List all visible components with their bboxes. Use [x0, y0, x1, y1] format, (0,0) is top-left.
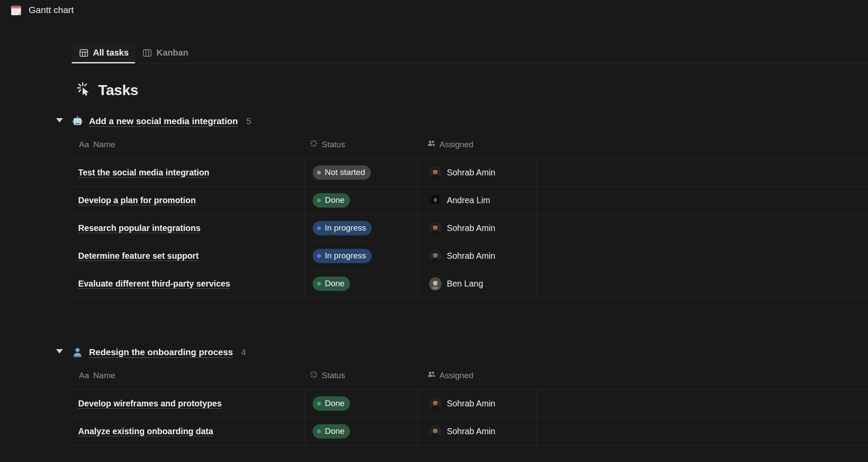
table-row: Develop a plan for promotion Done Andrea…	[72, 187, 868, 214]
status-cell[interactable]: Done	[305, 390, 418, 417]
assigned-cell[interactable]: Sohrab Amin	[418, 159, 537, 186]
status-label: Done	[325, 426, 344, 436]
status-badge[interactable]: Done	[313, 396, 350, 411]
status-badge[interactable]: Not started	[313, 165, 371, 180]
assigned-cell[interactable]: Ben Lang	[418, 270, 537, 297]
status-dot-icon	[317, 171, 321, 175]
task-name-cell[interactable]: Develop a plan for promotion	[72, 187, 305, 214]
status-burst-icon	[310, 139, 318, 150]
robot-icon	[72, 116, 83, 127]
spiral-notepad-icon	[10, 3, 23, 16]
status-badge[interactable]: In progress	[313, 249, 372, 263]
status-dot-icon	[317, 282, 321, 286]
assigned-cell[interactable]: Sohrab Amin	[418, 390, 537, 417]
table-header-row: Aa Name	[72, 130, 868, 159]
table-row: Research popular integrations In progres…	[72, 214, 868, 242]
column-header-name[interactable]: Aa Name	[72, 371, 305, 380]
column-header-assigned[interactable]: Assigned	[418, 370, 537, 381]
group-count: 4	[241, 347, 246, 357]
table-row: Evaluate different third-party services …	[72, 270, 868, 298]
task-name[interactable]: Test the social media integration	[78, 168, 209, 178]
table-header-row: Aa Name	[72, 361, 868, 390]
assigned-cell[interactable]: Andrea Lim	[418, 187, 537, 214]
column-header-status[interactable]: Status	[305, 370, 418, 381]
status-badge[interactable]: Done	[313, 277, 350, 291]
tab-all-tasks[interactable]: All tasks	[72, 43, 135, 63]
avatar	[429, 397, 442, 410]
collapse-toggle-icon[interactable]	[56, 118, 63, 122]
task-name-cell[interactable]: Analyze existing onboarding data	[72, 418, 305, 445]
avatar	[429, 425, 442, 438]
tasks-table: Aa Name	[72, 361, 868, 446]
page-body: Tasks	[72, 63, 868, 446]
status-dot-icon	[317, 198, 321, 202]
status-cell[interactable]: In progress	[305, 214, 418, 242]
empty-cell	[537, 242, 868, 270]
empty-cell	[537, 390, 868, 417]
assignee-name: Andrea Lim	[447, 195, 490, 205]
column-header-assigned[interactable]: Assigned	[418, 139, 537, 150]
status-badge[interactable]: In progress	[313, 221, 372, 235]
view-tabs: All tasks Kanban	[72, 43, 868, 63]
group-title[interactable]: Redesign the onboarding process	[89, 347, 233, 357]
status-label: In progress	[325, 223, 366, 233]
status-dot-icon	[317, 254, 321, 258]
tab-kanban[interactable]: Kanban	[135, 43, 195, 63]
assignee-name: Sohrab Amin	[447, 426, 495, 436]
assigned-cell[interactable]: Sohrab Amin	[418, 418, 537, 445]
task-name-cell[interactable]: Develop wireframes and prototypes	[72, 390, 305, 417]
column-header-status[interactable]: Status	[305, 139, 418, 150]
empty-cell	[537, 187, 868, 214]
assigned-cell[interactable]: Sohrab Amin	[418, 214, 537, 242]
task-name-cell[interactable]: Test the social media integration	[72, 159, 305, 186]
status-badge[interactable]: Done	[313, 424, 350, 439]
column-label: Assigned	[439, 371, 473, 380]
task-name[interactable]: Analyze existing onboarding data	[78, 426, 213, 436]
status-cell[interactable]: Done	[305, 270, 418, 297]
table-row: Determine feature set support In progres…	[72, 242, 868, 270]
task-name-cell[interactable]: Determine feature set support	[72, 242, 305, 270]
column-label: Status	[322, 140, 345, 149]
tab-label: Kanban	[156, 48, 188, 58]
status-cell[interactable]: Done	[305, 418, 418, 445]
assignee-name: Sohrab Amin	[447, 168, 495, 178]
task-name-cell[interactable]: Evaluate different third-party services	[72, 270, 305, 297]
empty-cell	[537, 159, 868, 186]
page-breadcrumb-title[interactable]: Gantt chart	[29, 5, 74, 15]
assigned-cell[interactable]: Sohrab Amin	[418, 242, 537, 270]
column-header-name[interactable]: Aa Name	[72, 140, 305, 149]
status-label: Not started	[325, 168, 365, 177]
task-name-cell[interactable]: Research popular integrations	[72, 214, 305, 242]
empty-cell	[537, 270, 868, 297]
avatar	[429, 277, 442, 290]
assignee-name: Ben Lang	[447, 279, 483, 289]
avatar	[429, 222, 442, 234]
assignee-name: Sohrab Amin	[447, 251, 495, 261]
task-name[interactable]: Evaluate different third-party services	[78, 279, 230, 289]
status-cell[interactable]: Not started	[305, 159, 418, 186]
group-header: Redesign the onboarding process 4	[72, 343, 868, 361]
group-count: 5	[246, 116, 251, 126]
column-label: Status	[322, 371, 345, 380]
column-label: Name	[93, 371, 116, 380]
page-title[interactable]: Tasks	[98, 80, 138, 100]
status-cell[interactable]: Done	[305, 187, 418, 214]
empty-cell	[537, 214, 868, 242]
cursor-click-icon	[76, 82, 91, 98]
collapse-toggle-icon[interactable]	[56, 349, 63, 353]
group-title[interactable]: Add a new social media integration	[89, 116, 238, 126]
person-silhouette-icon	[72, 346, 83, 358]
breadcrumb[interactable]: Gantt chart	[10, 3, 74, 16]
group-header: Add a new social media integration 5	[72, 112, 868, 130]
board-view-icon	[142, 48, 152, 58]
tab-label: All tasks	[93, 48, 129, 58]
task-name[interactable]: Develop a plan for promotion	[78, 195, 196, 205]
column-label: Name	[93, 140, 116, 149]
task-name[interactable]: Determine feature set support	[78, 251, 198, 261]
status-cell[interactable]: In progress	[305, 242, 418, 270]
status-badge[interactable]: Done	[313, 193, 350, 208]
notion-page: Gantt chart All tasks	[0, 0, 868, 462]
task-name[interactable]: Research popular integrations	[78, 223, 201, 233]
people-icon	[427, 370, 436, 381]
task-name[interactable]: Develop wireframes and prototypes	[78, 399, 222, 409]
